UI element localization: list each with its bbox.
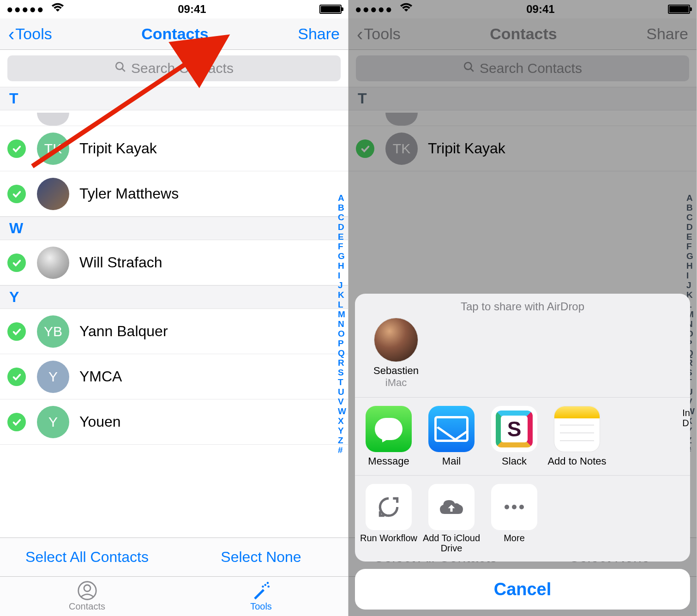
contact-name: Yann Balquer bbox=[79, 323, 168, 340]
share-app-message[interactable]: Message bbox=[359, 406, 419, 467]
avatar bbox=[37, 247, 69, 279]
contact-name: Tyler Matthews bbox=[79, 185, 179, 202]
contact-row[interactable]: TK Tripit Kayak bbox=[0, 126, 348, 171]
contacts-list[interactable]: ABCDEFGHIJKLMNOPQRSTUVWXYZ# T TK Tripit … bbox=[0, 87, 348, 445]
share-button[interactable]: Share bbox=[298, 25, 340, 43]
svg-line-1 bbox=[122, 68, 125, 72]
checkmark-icon[interactable] bbox=[7, 185, 26, 203]
contact-name: YMCA bbox=[79, 368, 122, 385]
checkmark-icon[interactable] bbox=[7, 322, 26, 341]
chevron-left-icon: ‹ bbox=[8, 25, 14, 43]
checkmark-icon[interactable] bbox=[7, 368, 26, 386]
tab-tools[interactable]: Tools bbox=[174, 577, 348, 616]
search-icon bbox=[114, 60, 126, 76]
svg-point-5 bbox=[267, 586, 270, 588]
select-all-button[interactable]: Select All Contacts bbox=[0, 538, 174, 576]
svg-point-17 bbox=[505, 505, 509, 509]
back-button[interactable]: ‹Tools bbox=[8, 25, 52, 43]
contact-name: Tripit Kayak bbox=[79, 140, 157, 157]
contact-row[interactable]: Y YMCA bbox=[0, 354, 348, 399]
contact-name: Will Strafach bbox=[79, 254, 162, 271]
svg-point-0 bbox=[116, 62, 123, 69]
tab-bar: Contacts Tools bbox=[0, 576, 348, 616]
cloud-icon bbox=[428, 484, 475, 530]
airdrop-avatar bbox=[374, 318, 418, 362]
share-app-notes[interactable]: Add to Notes bbox=[547, 406, 607, 467]
selection-bar: Select All Contacts Select None bbox=[0, 537, 348, 576]
avatar: Y bbox=[37, 406, 69, 438]
contact-row[interactable]: YB Yann Balquer bbox=[0, 309, 348, 354]
clock: 09:41 bbox=[178, 3, 206, 16]
tab-contacts[interactable]: Contacts bbox=[0, 577, 174, 616]
checkmark-icon[interactable] bbox=[7, 413, 26, 431]
workflow-icon bbox=[366, 484, 412, 530]
svg-point-18 bbox=[512, 505, 517, 509]
section-header: T bbox=[0, 87, 348, 110]
avatar: Y bbox=[37, 361, 69, 393]
back-label: Tools bbox=[15, 25, 52, 43]
contact-row[interactable]: Will Strafach bbox=[0, 240, 348, 285]
phone-right: ●●●●● 09:41 ‹Tools Contacts Share Search… bbox=[348, 0, 697, 616]
share-sheet: Tap to share with AirDrop Sebastien iMac… bbox=[355, 294, 690, 610]
section-header: W bbox=[0, 217, 348, 240]
avatar: TK bbox=[37, 133, 69, 165]
contact-row[interactable]: Y Youen bbox=[0, 399, 348, 445]
action-run-workflow[interactable]: Run Workflow bbox=[359, 484, 419, 553]
share-app-peek: InD bbox=[682, 408, 690, 428]
airdrop-target[interactable]: Sebastien iMac bbox=[366, 318, 426, 389]
index-rail[interactable]: ABCDEFGHIJKLMNOPQRSTUVWXYZ# bbox=[338, 193, 346, 455]
contact-row[interactable]: Tyler Matthews bbox=[0, 171, 348, 217]
svg-point-7 bbox=[262, 586, 264, 588]
contact-name: Youen bbox=[79, 413, 121, 430]
slack-icon: S bbox=[491, 406, 537, 452]
action-more[interactable]: More bbox=[484, 484, 544, 553]
cancel-button[interactable]: Cancel bbox=[355, 569, 690, 610]
avatar: YB bbox=[37, 315, 69, 348]
avatar bbox=[37, 178, 69, 210]
mail-icon bbox=[428, 406, 475, 452]
airdrop-title: Tap to share with AirDrop bbox=[355, 294, 690, 318]
notes-icon bbox=[554, 406, 600, 452]
share-actions-row[interactable]: Run Workflow Add To iCloud Drive More bbox=[355, 475, 690, 562]
svg-point-4 bbox=[264, 584, 266, 586]
message-icon bbox=[366, 406, 412, 452]
nav-bar: ‹Tools Contacts Share bbox=[0, 18, 348, 50]
checkmark-icon[interactable] bbox=[7, 254, 26, 272]
share-app-slack[interactable]: SSlack bbox=[484, 406, 544, 467]
status-bar: ●●●●● 09:41 bbox=[0, 0, 348, 18]
svg-point-19 bbox=[519, 505, 524, 509]
checkmark-icon[interactable] bbox=[7, 139, 26, 158]
section-header: Y bbox=[0, 285, 348, 309]
select-none-button[interactable]: Select None bbox=[174, 538, 348, 576]
contact-row-partial[interactable] bbox=[0, 110, 348, 126]
more-icon bbox=[491, 484, 537, 530]
svg-point-6 bbox=[266, 582, 269, 584]
page-title: Contacts bbox=[141, 25, 208, 43]
signal-icon: ●●●●● bbox=[6, 3, 65, 16]
share-apps-row[interactable]: Message Mail SSlack Add to Notes InD bbox=[355, 397, 690, 475]
phone-left: ●●●●● 09:41 ‹Tools Contacts Share Search… bbox=[0, 0, 348, 616]
share-app-mail[interactable]: Mail bbox=[421, 406, 481, 467]
search-input[interactable]: Search Contacts bbox=[7, 55, 341, 81]
battery-icon bbox=[319, 5, 342, 14]
search-placeholder: Search Contacts bbox=[131, 60, 234, 76]
svg-point-3 bbox=[84, 585, 90, 592]
action-icloud-drive[interactable]: Add To iCloud Drive bbox=[421, 484, 481, 553]
